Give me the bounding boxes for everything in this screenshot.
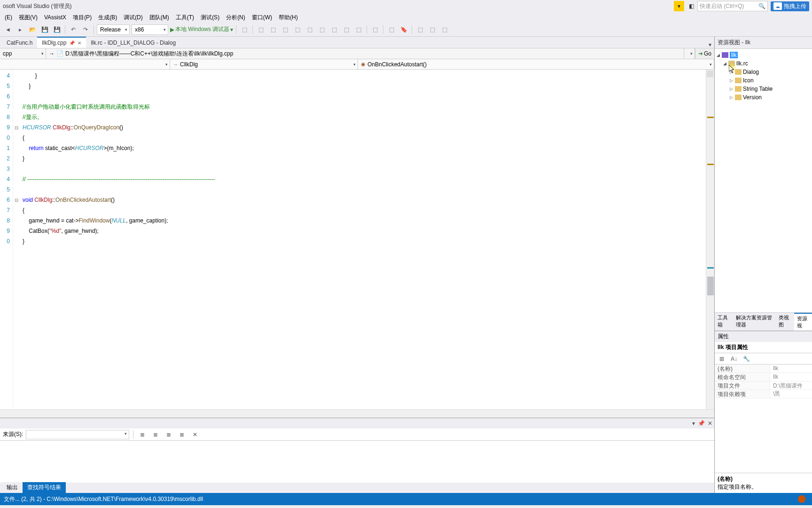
menu-debug[interactable]: 调试(D) [121, 13, 146, 23]
tab-llkrc[interactable]: llk.rc - IDD_LLK_DIALOG - Dialog [86, 38, 180, 48]
tree-icon-folder[interactable]: Icon [743, 77, 754, 84]
output-body[interactable] [0, 441, 714, 483]
line-gutter: 456 789 012 345 678 90 [0, 70, 13, 409]
properties-panel: 属性 llk 项目属性 ⊞ A↓ 🔧 (名称)llk 根命名空间llk 项目文件… [715, 331, 812, 493]
tab-resource-view[interactable]: 资源视 [794, 313, 812, 331]
tool-icon-9[interactable]: ⬚ [341, 24, 351, 35]
path-history-combo[interactable] [684, 48, 695, 59]
vertical-scrollbar[interactable] [706, 70, 714, 409]
search-icon: 🔍 [758, 3, 765, 9]
feedback-icon[interactable]: ◧ [686, 1, 696, 11]
tab-dropdown-icon[interactable]: ▾ [706, 41, 714, 48]
close-icon[interactable]: ✕ [78, 40, 81, 46]
tool-icon-1[interactable]: ⬚ [239, 24, 250, 35]
tree-dialog[interactable]: Dialog [743, 69, 759, 75]
expand-icon[interactable]: ◢ [722, 61, 727, 66]
redo-icon[interactable]: ↷ [80, 24, 91, 35]
expand-icon[interactable]: ▷ [729, 78, 734, 83]
wrench-icon[interactable]: 🔧 [741, 354, 751, 364]
right-panel-tabs: 工具箱 解决方案资源管理器 类视图 资源视 [715, 312, 812, 331]
tree-rc[interactable]: llk.rc [736, 60, 748, 67]
tab-output[interactable]: 输出 [2, 482, 23, 493]
tree-version[interactable]: Version [743, 94, 762, 101]
menu-build[interactable]: 生成(B) [95, 13, 120, 23]
tree-root[interactable]: llk [730, 52, 738, 58]
notify-flag-icon[interactable]: ▾ [674, 1, 684, 11]
output-tool-1[interactable]: ≣ [137, 429, 148, 440]
nav-scope-combo[interactable]: cpp [0, 48, 46, 59]
tool-icon-2[interactable]: ⬚ [256, 24, 266, 35]
tool-icon-8[interactable]: ⬚ [329, 24, 339, 35]
start-debug-button[interactable]: ▶ 本地 Windows 调试器 ▾ [170, 25, 233, 33]
close-icon[interactable]: ✕ [708, 420, 712, 427]
scroll-thumb[interactable] [707, 277, 714, 295]
tool-icon-3[interactable]: ⬚ [268, 24, 278, 35]
expand-icon[interactable]: ▷ [729, 87, 734, 91]
fold-column[interactable]: ⊟ ⊟ [13, 70, 20, 409]
go-button[interactable]: ➜Go [695, 48, 714, 59]
menu-window[interactable]: 窗口(W) [249, 13, 275, 23]
expand-icon[interactable]: ◢ [716, 53, 720, 57]
output-tool-4[interactable]: ≣ [177, 429, 187, 440]
tool-icon-7[interactable]: ⬚ [317, 24, 327, 35]
tree-string-table[interactable]: String Table [743, 86, 773, 92]
save-icon[interactable]: 💾 [39, 24, 50, 35]
config-combo[interactable]: Release [97, 24, 130, 35]
properties-grid[interactable]: (名称)llk 根命名空间llk 项目文件D:\黑猫课件\黑 项目依赖项 [715, 365, 812, 473]
tab-toolbox[interactable]: 工具箱 [715, 313, 733, 331]
menu-test[interactable]: 测试(S) [198, 13, 222, 23]
scope-project-combo[interactable] [0, 59, 170, 69]
open-icon[interactable]: 📂 [27, 24, 38, 35]
pin-icon[interactable]: 📌 [698, 420, 705, 427]
tool-icon-13[interactable]: ⬚ [415, 24, 425, 35]
tab-solution-explorer[interactable]: 解决方案资源管理器 [733, 313, 776, 331]
tab-find-symbol[interactable]: 查找符号结果 [23, 482, 66, 493]
menu-team[interactable]: 团队(M) [147, 13, 172, 23]
split-handle[interactable] [707, 71, 713, 77]
folder-icon [735, 86, 742, 92]
tool-icon-14[interactable]: ⬚ [427, 24, 437, 35]
output-tool-3[interactable]: ≣ [164, 429, 174, 440]
tool-icon-11[interactable]: ⬚ [370, 24, 380, 35]
output-source-combo[interactable] [26, 430, 129, 439]
menu-edit[interactable]: (E) [2, 13, 15, 22]
panel-dropdown-icon[interactable]: ▾ [692, 420, 695, 427]
code-body[interactable]: } } //当用户拖动最小化窗口时系统调用此函数取得光标 //显示。 HCURS… [20, 70, 706, 409]
tool-icon-5[interactable]: ⬚ [292, 24, 303, 35]
menu-tools[interactable]: 工具(T) [173, 13, 197, 23]
tab-class-view[interactable]: 类视图 [776, 313, 794, 331]
resource-view-title: 资源视图 - llk [715, 37, 812, 49]
tool-icon-12[interactable]: ⬚ [386, 24, 397, 35]
alpha-sort-icon[interactable]: A↓ [729, 354, 739, 364]
tool-icon-6[interactable]: ⬚ [304, 24, 315, 35]
menu-analyze[interactable]: 分析(N) [223, 13, 248, 23]
cloud-upload-button[interactable]: ☁ 拖拽上传 [771, 1, 809, 11]
menu-help[interactable]: 帮助(H) [276, 13, 301, 23]
save-all-icon[interactable]: 💾 [52, 24, 62, 35]
menu-view[interactable]: 视图(V) [16, 13, 40, 23]
nav-bar: cpp → 📄 D:\黑猫课件\黑猫编程——C和C++\游戏辅助\连连看\llk… [0, 48, 714, 59]
menu-vassistx[interactable]: VAssistX [41, 13, 69, 22]
tool-icon-10[interactable]: ⬚ [353, 24, 364, 35]
undo-icon[interactable]: ↶ [68, 24, 78, 35]
resource-tree[interactable]: ◢ llk ◢ llk.rc ▷ Dialog ▷ Icon ▷ [715, 49, 812, 312]
tab-llkdlg[interactable]: llkDlg.cpp📌✕ [37, 37, 86, 48]
tool-icon-15[interactable]: ⬚ [439, 24, 450, 35]
expand-icon[interactable]: ▷ [729, 95, 734, 100]
new-file-icon[interactable]: ▸ [15, 24, 25, 35]
menu-project[interactable]: 项目(P) [70, 13, 94, 23]
output-clear-icon[interactable]: ✕ [190, 429, 200, 440]
tool-icon-4[interactable]: ⬚ [280, 24, 290, 35]
nav-back-icon[interactable]: ◄ [3, 24, 13, 35]
scope-method-combo[interactable]: ◉OnBnClickedAutostart() [358, 59, 714, 69]
output-tool-2[interactable]: ≣ [150, 429, 161, 440]
scope-class-combo[interactable]: →CllkDlg [170, 59, 358, 69]
horizontal-scrollbar[interactable] [0, 409, 714, 418]
code-editor[interactable]: 456 789 012 345 678 90 ⊟ ⊟ } } //当用户拖动最小… [0, 70, 714, 409]
bookmark-icon[interactable]: 🔖 [398, 24, 409, 35]
tab-catfunc[interactable]: CatFunc.h [2, 38, 37, 48]
quick-launch-input[interactable]: 快速启动 (Ctrl+Q) 🔍 [697, 1, 768, 11]
categorize-icon[interactable]: ⊞ [717, 354, 727, 364]
platform-combo[interactable]: x86 [132, 24, 168, 35]
pin-icon[interactable]: 📌 [69, 40, 75, 46]
